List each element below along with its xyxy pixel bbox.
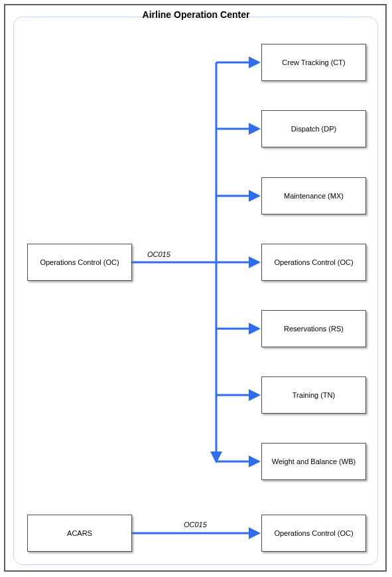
- edge-label-oc015-top: OC015: [147, 250, 170, 258]
- node-maintenance: Maintenance (MX): [261, 177, 366, 214]
- node-label: Crew Tracking (CT): [282, 58, 345, 66]
- node-operations-control-target: Operations Control (OC): [261, 244, 366, 281]
- edge-label-oc015-bottom: OC015: [184, 521, 207, 529]
- node-weight-and-balance: Weight and Balance (WB): [261, 443, 366, 480]
- node-training: Training (TN): [261, 376, 366, 414]
- node-label: Operations Control (OC): [274, 258, 353, 266]
- diagram-inner-frame: [13, 17, 378, 565]
- node-label: Operations Control (OC): [40, 258, 119, 266]
- diagram-title: Airline Operation Center: [0, 9, 392, 20]
- node-label: Weight and Balance (WB): [272, 457, 356, 465]
- node-label: Operations Control (OC): [274, 529, 353, 537]
- node-label: Maintenance (MX): [284, 192, 344, 200]
- node-reservations: Reservations (RS): [261, 310, 366, 347]
- node-label: ACARS: [67, 529, 92, 537]
- node-crew-tracking: Crew Tracking (CT): [261, 44, 366, 81]
- node-label: Dispatch (DP): [291, 125, 336, 133]
- node-acars: ACARS: [27, 515, 132, 552]
- node-label: Training (TN): [293, 391, 335, 399]
- node-label: Reservations (RS): [284, 325, 344, 333]
- node-operations-control-bottom: Operations Control (OC): [261, 515, 366, 552]
- node-dispatch: Dispatch (DP): [261, 110, 366, 147]
- node-operations-control-source: Operations Control (OC): [27, 244, 132, 281]
